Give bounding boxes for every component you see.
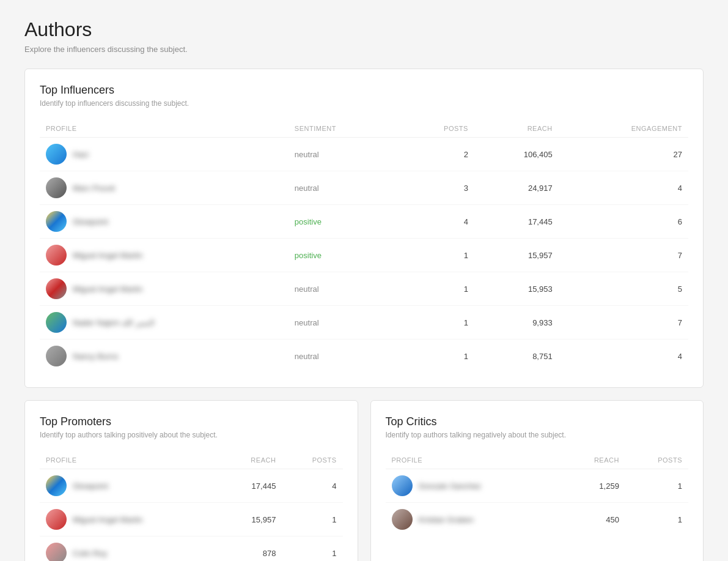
top-promoters-card: Top Promoters Identify top authors talki… [24, 400, 358, 561]
table-row: Marc Pouvé neutral 3 24,917 4 [40, 171, 688, 205]
avatar [46, 475, 67, 496]
avatar [392, 509, 413, 530]
profile-name: Haci [73, 150, 89, 159]
profile-name: Nader Najem السير الله [73, 318, 155, 327]
posts: 1 [282, 537, 342, 562]
profile-cell: Miguel Angel Martin [46, 509, 214, 530]
col-sentiment: SENTIMENT [289, 120, 399, 138]
engagement: 7 [559, 239, 688, 272]
bottom-section: Top Promoters Identify top authors talki… [24, 400, 704, 561]
engagement: 6 [559, 205, 688, 239]
posts: 1 [399, 239, 474, 272]
avatar [46, 278, 67, 299]
top-promoters-subtitle: Identify top authors talking positively … [40, 431, 343, 439]
profile-cell: Nader Najem السير الله [46, 312, 282, 333]
reach: 1,259 [561, 469, 625, 503]
top-influencers-table: PROFILE SENTIMENT POSTS REACH ENGAGEMENT… [40, 120, 688, 373]
sentiment: neutral [289, 306, 399, 340]
top-critics-table: PROFILE REACH POSTS Gonzalo Sanchez 1,25… [386, 451, 689, 536]
profile-cell: Nancy Burns [46, 346, 282, 366]
promo-col-posts: POSTS [282, 451, 342, 469]
reach: 8,751 [474, 340, 559, 373]
profile-name: Nancy Burns [73, 352, 118, 361]
avatar [46, 346, 67, 366]
sentiment: neutral [289, 138, 399, 171]
profile-cell: Kristian Graben [392, 509, 555, 530]
table-row: Glowpoint positive 4 17,445 6 [40, 205, 688, 239]
top-critics-subtitle: Identify top authors talking negatively … [386, 431, 689, 439]
col-reach: REACH [474, 120, 559, 138]
profile-cell: Gonzalo Sanchez [392, 475, 555, 496]
posts: 1 [399, 306, 474, 340]
engagement: 5 [559, 272, 688, 306]
profile-name: Glowpoint [73, 217, 108, 226]
profile-name: Kristian Graben [419, 515, 474, 524]
profile-cell: Marc Pouvé [46, 177, 282, 198]
avatar [46, 509, 67, 530]
top-critics-card: Top Critics Identify top authors talking… [370, 400, 704, 561]
promo-col-profile: PROFILE [40, 451, 220, 469]
profile-cell: Glowpoint [46, 211, 282, 232]
sentiment: neutral [289, 272, 399, 306]
table-row: Haci neutral 2 106,405 27 [40, 138, 688, 171]
profile-cell: Miguel Angel Martin [46, 278, 282, 299]
profile-cell: Glowpoint [46, 475, 214, 496]
table-row: Colin Roy 878 1 [40, 537, 343, 562]
posts: 1 [399, 340, 474, 373]
posts: 1 [282, 503, 342, 537]
posts: 4 [282, 469, 342, 503]
top-promoters-table: PROFILE REACH POSTS Glowpoint 17,445 4 M… [40, 451, 343, 561]
profile-cell: Haci [46, 144, 282, 165]
posts: 2 [399, 138, 474, 171]
table-row: Glowpoint 17,445 4 [40, 469, 343, 503]
table-row: Nancy Burns neutral 1 8,751 4 [40, 340, 688, 373]
profile-name: Glowpoint [73, 481, 108, 491]
top-influencers-card: Top Influencers Identify top influencers… [24, 69, 704, 388]
critics-col-posts: POSTS [625, 451, 688, 469]
reach: 17,445 [220, 469, 282, 503]
page-title: Authors [24, 18, 704, 41]
reach: 24,917 [474, 171, 559, 205]
table-row: Miguel Angel Martin 15,957 1 [40, 503, 343, 537]
profile-name: Miguel Angel Martin [73, 251, 142, 260]
col-posts: POSTS [399, 120, 474, 138]
col-engagement: ENGAGEMENT [559, 120, 688, 138]
posts: 1 [625, 503, 688, 537]
reach: 878 [220, 537, 282, 562]
avatar [392, 475, 413, 496]
sentiment: neutral [289, 171, 399, 205]
reach: 450 [561, 503, 625, 537]
table-row: Kristian Graben 450 1 [386, 503, 689, 537]
top-promoters-title: Top Promoters [40, 415, 343, 428]
profile-cell: Colin Roy [46, 543, 214, 561]
sentiment: neutral [289, 340, 399, 373]
reach: 106,405 [474, 138, 559, 171]
top-influencers-subtitle: Identify top influencers discussing the … [40, 99, 688, 108]
profile-name: Gonzalo Sanchez [419, 481, 482, 491]
reach: 9,933 [474, 306, 559, 340]
profile-name: Marc Pouvé [73, 184, 115, 193]
avatar [46, 177, 67, 198]
top-influencers-title: Top Influencers [40, 84, 688, 97]
table-row: Miguel Angel Martin positive 1 15,957 7 [40, 239, 688, 272]
critics-col-reach: REACH [561, 451, 625, 469]
critics-col-profile: PROFILE [386, 451, 561, 469]
col-profile: PROFILE [40, 120, 289, 138]
reach: 15,957 [474, 239, 559, 272]
page-subtitle: Explore the influencers discussing the s… [24, 45, 704, 54]
avatar [46, 543, 67, 561]
avatar [46, 144, 67, 165]
sentiment: positive [289, 205, 399, 239]
profile-name: Colin Roy [73, 549, 107, 558]
profile-name: Miguel Angel Martin [73, 515, 142, 524]
posts: 4 [399, 205, 474, 239]
table-row: Nader Najem السير الله neutral 1 9,933 7 [40, 306, 688, 340]
profile-cell: Miguel Angel Martin [46, 245, 282, 266]
top-critics-title: Top Critics [386, 415, 689, 428]
engagement: 4 [559, 171, 688, 205]
sentiment: positive [289, 239, 399, 272]
reach: 15,957 [220, 503, 282, 537]
engagement: 4 [559, 340, 688, 373]
posts: 1 [399, 272, 474, 306]
posts: 1 [625, 469, 688, 503]
